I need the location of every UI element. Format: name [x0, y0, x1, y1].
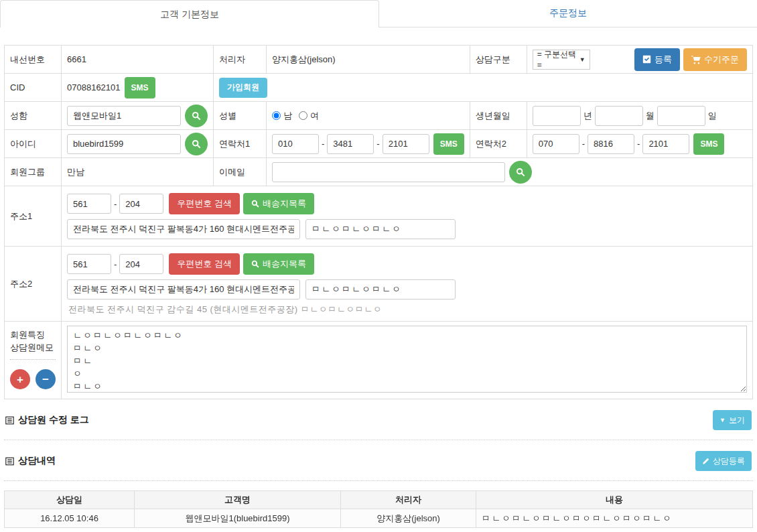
id-input[interactable] [67, 134, 181, 154]
shipping-list-button-label: 배송지목록 [263, 198, 306, 210]
address2-zipcode-search-button[interactable]: 우편번호 검색 [169, 253, 240, 275]
gender-female-label: 여 [310, 110, 319, 122]
agent-memo-textarea[interactable]: ㄴㅇㅁㄴㅇㅁㄴㅇㅁㄴㅇ ㅁㄴㅇ ㅁㄴ ㅇ ㅁㄴㅇ ㅁㄴㅇ [67, 326, 747, 393]
memo-label: 회원특징 상담원메모 [10, 327, 56, 360]
phone2-label: 연락처2 [470, 130, 527, 158]
memo-label-line1: 회원특징 [10, 328, 56, 341]
plus-icon: + [17, 374, 23, 385]
tab-order-info[interactable]: 주문정보 [379, 0, 757, 27]
phone1-sms-button[interactable]: SMS [433, 133, 464, 155]
divider [4, 480, 753, 481]
consult-table-header-row: 상담일 고객명 처리자 내용 [5, 491, 753, 509]
dash: - [114, 199, 117, 209]
edit-log-title-text: 상담원 수정 로그 [18, 414, 89, 426]
id-search-button[interactable] [185, 133, 208, 155]
phone2-part2-input[interactable] [588, 134, 634, 154]
id-label: 아이디 [5, 130, 62, 158]
row-extension: 내선번호 6661 처리자 양지홍삼(jelson) 상담구분 = 구분선택 =… [5, 46, 753, 74]
dash: - [637, 139, 640, 149]
row-address1: 주소1 - 우편번호 검색 배송지목록 [5, 186, 753, 247]
gender-radio-group: 남 여 [272, 110, 464, 122]
address1-label: 주소1 [5, 186, 62, 247]
address2-zip2-input[interactable] [119, 254, 163, 274]
email-input[interactable] [272, 162, 505, 182]
edit-log-section-header: 상담원 수정 로그 ▼ 보기 [4, 399, 753, 440]
consult-date-cell: 16.12.05 10:46 [5, 509, 135, 528]
minus-icon: − [42, 374, 49, 385]
consult-history-table: 상담일 고객명 처리자 내용 16.12.05 10:46 웹앤모바일1(blu… [4, 490, 753, 528]
address1-detail-input[interactable] [305, 219, 456, 239]
handler-value: 양지홍삼(jelson) [267, 46, 470, 74]
address1-zip1-input[interactable] [67, 194, 111, 214]
birth-month-suffix: 월 [646, 110, 655, 122]
consult-register-button-label: 상담등록 [713, 456, 745, 467]
address1-zipcode-search-button[interactable]: 우편번호 검색 [169, 193, 240, 214]
address2-detail-input[interactable] [305, 279, 456, 300]
address1-main-input[interactable] [67, 219, 300, 239]
address2-main-input[interactable] [67, 279, 300, 300]
pencil-icon [702, 458, 709, 465]
birth-year-input[interactable] [533, 106, 581, 126]
row-address2: 주소2 - 우편번호 검색 배송지목록 [5, 247, 753, 322]
col-header-customer: 고객명 [135, 491, 341, 509]
memo-add-button[interactable]: + [10, 369, 30, 389]
table-row[interactable]: 16.12.05 10:46 웹앤모바일1(bluebird1599) 양지홍삼… [5, 509, 753, 528]
consult-content-cell: ㅁㄴㅇㅁㄴㅇㅁㄴㅇㅁㅇㅁㄴㅇㅁㅇㅁㄴㅇ [476, 509, 753, 528]
phone1-part2-input[interactable] [327, 134, 374, 154]
register-button[interactable]: 등록 [634, 48, 680, 71]
address2-shipping-list-button[interactable]: 배송지목록 [243, 253, 314, 275]
birth-year-suffix: 년 [583, 110, 592, 122]
member-status-badge[interactable]: 가입회원 [219, 78, 267, 98]
col-header-date: 상담일 [5, 491, 135, 509]
customer-form-table: 내선번호 6661 처리자 양지홍삼(jelson) 상담구분 = 구분선택 =… [4, 45, 753, 399]
phone2-part3-input[interactable] [642, 134, 689, 154]
email-search-button[interactable] [509, 161, 532, 184]
manual-order-button-label: 수기주문 [704, 54, 739, 66]
phone1-part1-input[interactable] [272, 134, 319, 154]
consult-register-button[interactable]: 상담등록 [695, 451, 752, 471]
gender-female-radio[interactable] [299, 111, 307, 120]
consult-title-text: 상담내역 [18, 455, 56, 467]
dash: - [376, 139, 379, 149]
manual-order-button[interactable]: 수기주문 [683, 48, 747, 71]
address1-zip2-input[interactable] [119, 194, 163, 214]
more-button-area: 상담히스토리 더보기 [4, 528, 753, 532]
register-button-label: 등록 [655, 54, 672, 66]
member-group-value: 만남 [62, 158, 214, 186]
tab-customer-info[interactable]: 고객 기본정보 [0, 0, 379, 27]
memo-label-line2: 상담원메모 [10, 341, 56, 354]
row-name: 성함 성별 남 여 생년월일 [5, 102, 753, 130]
content-area: 내선번호 6661 처리자 양지홍삼(jelson) 상담구분 = 구분선택 =… [0, 27, 757, 532]
cid-sms-button[interactable]: SMS [125, 77, 155, 98]
birth-day-suffix: 일 [708, 110, 717, 122]
name-search-button[interactable] [185, 105, 208, 127]
consult-type-label: 상담구분 [470, 46, 527, 74]
gender-male-radio[interactable] [272, 111, 281, 120]
edit-log-title: 상담원 수정 로그 [5, 414, 89, 426]
birth-label: 생년월일 [470, 102, 527, 130]
view-log-button[interactable]: ▼ 보기 [713, 410, 752, 430]
address2-label: 주소2 [5, 247, 62, 322]
caret-down-icon: ▼ [719, 417, 726, 423]
phone2-sms-button[interactable]: SMS [693, 133, 724, 155]
address2-zip1-input[interactable] [67, 254, 111, 274]
phone1-label: 연락처1 [214, 130, 267, 158]
name-input[interactable] [67, 106, 181, 126]
cid-label: CID [5, 74, 62, 102]
member-group-label: 회원그룹 [5, 158, 62, 186]
handler-label: 처리자 [214, 46, 267, 74]
tab-bar: 고객 기본정보 주문정보 [0, 0, 757, 27]
phone2-part1-input[interactable] [533, 134, 579, 154]
check-square-icon [642, 55, 651, 64]
phone1-part3-input[interactable] [383, 134, 429, 154]
consult-type-select[interactable]: = 구분선택 = ▼ [533, 50, 590, 70]
row-memo: 회원특징 상담원메모 + − ㄴㅇㅁㄴㅇㅁㄴㅇㅁㄴㅇ ㅁㄴㅇ ㅁㄴ ㅇ ㅁㄴㅇ … [5, 322, 753, 399]
address1-shipping-list-button[interactable]: 배송지목록 [243, 193, 314, 214]
dash: - [114, 259, 117, 269]
birth-month-input[interactable] [595, 106, 643, 126]
birth-day-input[interactable] [657, 106, 705, 126]
memo-remove-button[interactable]: − [36, 369, 56, 389]
consult-type-selected-value: = 구분선택 = [537, 49, 577, 70]
row-cid: CID 07088162101 SMS 가입회원 [5, 74, 753, 102]
name-label: 성함 [5, 102, 62, 130]
